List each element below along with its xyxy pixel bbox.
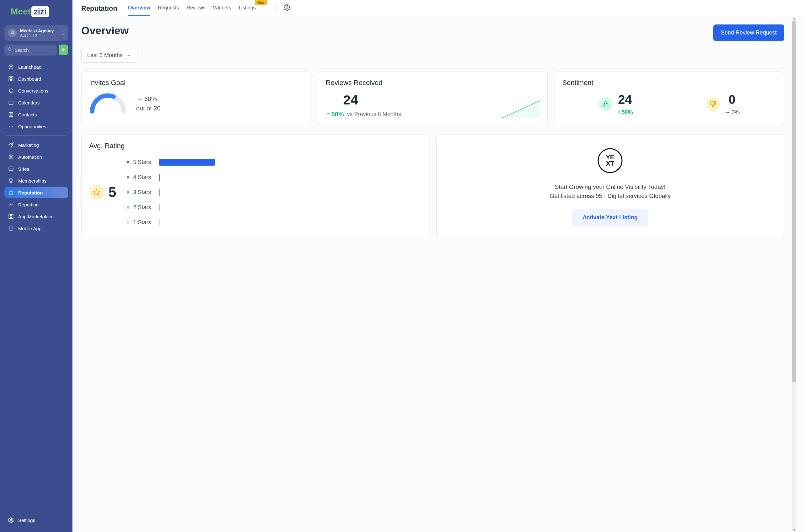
content: Overview Send Review Request Last 6 Mont… — [73, 17, 803, 532]
rating-bar — [159, 189, 160, 196]
contact-icon — [7, 112, 15, 117]
sidebar-item-label: Dashboard — [18, 76, 41, 81]
sidebar-item-settings[interactable]: Settings — [4, 514, 68, 526]
automation-icon — [7, 154, 15, 160]
activate-yext-button[interactable]: Activate Yext Listing — [572, 209, 648, 226]
tab-widgets[interactable]: Widgets — [213, 0, 231, 16]
main: Reputation Overview Requests Reviews Wid… — [73, 0, 803, 532]
svg-rect-15 — [9, 217, 11, 218]
scroll-down-icon[interactable]: ▼ — [792, 528, 796, 532]
dot-icon — [127, 191, 129, 193]
invites-goal-card: Invites Goal →60% out of 20 — [81, 72, 311, 125]
quick-action-button[interactable] — [59, 44, 68, 55]
rating-bar — [159, 174, 160, 181]
nav-divider — [6, 135, 66, 135]
thumbs-down-icon — [706, 97, 720, 111]
sidebar-item-calendars[interactable]: Calendars — [4, 97, 68, 108]
tab-overview[interactable]: Overview — [128, 0, 150, 16]
svg-text:XT: XT — [606, 160, 614, 167]
scroll-up-icon[interactable]: ▲ — [792, 17, 796, 21]
dot-icon — [127, 221, 129, 224]
agency-name: Meetzizi Agency — [20, 28, 62, 33]
nav: Launchpad Dashboard Conversations Calend… — [4, 61, 68, 514]
rating-bar — [159, 204, 160, 211]
brand-part2: zizi — [31, 6, 49, 17]
arrow-right-icon: → — [724, 109, 731, 116]
svg-point-19 — [286, 6, 288, 8]
agency-location: Austin, TX — [20, 33, 62, 38]
search-input-wrap[interactable] — [4, 44, 57, 56]
chat-icon — [7, 88, 15, 94]
tab-requests[interactable]: Requests — [158, 0, 179, 16]
svg-point-0 — [12, 31, 13, 33]
sidebar-item-opportunities[interactable]: Opportunities — [4, 121, 68, 132]
sidebar-item-contacts[interactable]: Contacts — [4, 109, 68, 120]
avg-rating-card: Avg. Rating 5 5 Stars 4 Stars 3 Stars — [81, 135, 429, 239]
settings-button[interactable] — [284, 4, 290, 13]
arrow-right-icon: → — [136, 95, 142, 102]
svg-point-1 — [8, 48, 11, 51]
rating-bar-row: 3 Stars — [127, 189, 421, 196]
date-range-label: Last 6 Months — [87, 52, 123, 59]
invites-pct: 60% — [144, 95, 157, 102]
sidebar-item-marketing[interactable]: Marketing — [4, 139, 68, 151]
tab-listings[interactable]: ListingsNew — [239, 0, 256, 16]
star-badge-icon — [89, 185, 104, 200]
rating-bars: 5 Stars 4 Stars 3 Stars 2 Stars 1 Stars — [127, 159, 421, 226]
sidebar-item-dashboard[interactable]: Dashboard — [4, 73, 68, 84]
card-title: Reviews Received — [326, 79, 539, 87]
sidebar-item-label: Mobile App — [18, 226, 41, 231]
sidebar-item-launchpad[interactable]: Launchpad — [4, 61, 68, 73]
tab-reviews[interactable]: Reviews — [187, 0, 206, 16]
sparkline-chart — [502, 99, 540, 118]
sidebar-item-reputation[interactable]: Reputation — [4, 187, 68, 198]
scrollbar[interactable]: ▲ ▼ — [792, 17, 796, 532]
page-title: Overview — [81, 24, 129, 37]
svg-text:YE: YE — [606, 154, 614, 160]
rating-bar-label: 1 Stars — [133, 219, 155, 226]
yext-logo: YEXT — [597, 148, 623, 173]
sentiment-negative: 0 → 0% — [706, 93, 740, 116]
sidebar-item-conversations[interactable]: Conversations — [4, 85, 68, 96]
tabs: Overview Requests Reviews Widgets Listin… — [128, 0, 267, 17]
rating-bar — [159, 219, 160, 226]
agency-selector[interactable]: Meetzizi Agency Austin, TX ⌃⌃ — [4, 25, 68, 41]
topbar-title: Reputation — [81, 4, 117, 13]
dot-icon — [127, 161, 129, 164]
rating-value: 5 — [109, 185, 116, 200]
brand-logo: Meetzizi — [4, 6, 68, 17]
sidebar-item-label: App Marketplace — [18, 214, 54, 219]
scrollbar-thumb[interactable] — [792, 21, 796, 382]
svg-rect-11 — [9, 167, 13, 171]
sidebar-item-label: Launchpad — [18, 64, 41, 70]
rating-bar-label: 4 Stars — [133, 174, 155, 181]
svg-rect-16 — [12, 217, 13, 218]
rating-bar-label: 5 Stars — [133, 159, 155, 166]
sidebar-item-marketplace[interactable]: App Marketplace — [4, 211, 68, 222]
sidebar-item-memberships[interactable]: Memberships — [4, 175, 68, 186]
sentiment-pos-count: 24 — [618, 93, 632, 107]
svg-rect-7 — [9, 101, 13, 105]
sidebar-item-label: Reputation — [18, 190, 43, 195]
search-icon — [7, 47, 12, 53]
send-review-request-button[interactable]: Send Review Request — [713, 24, 784, 41]
svg-rect-3 — [9, 77, 11, 78]
sidebar-item-sites[interactable]: Sites — [4, 163, 68, 174]
sidebar-item-reporting[interactable]: Reporting — [4, 199, 68, 210]
sidebar-item-label: Opportunities — [18, 124, 46, 129]
search-input[interactable] — [15, 48, 54, 53]
sidebar-item-automation[interactable]: Automation — [4, 151, 68, 163]
rating-bar-label: 2 Stars — [133, 204, 155, 211]
sentiment-pos-delta: 50% — [617, 109, 633, 116]
rating-bar-row: 5 Stars — [127, 159, 421, 166]
sidebar-item-label: Conversations — [18, 88, 48, 94]
apps-icon — [7, 214, 15, 219]
date-range-select[interactable]: Last 6 Months — [81, 48, 137, 63]
sentiment-neg-delta: → 0% — [724, 109, 740, 116]
sidebar-item-mobile[interactable]: Mobile App — [4, 223, 68, 234]
svg-point-10 — [9, 155, 13, 159]
rating-bar-label: 3 Stars — [133, 189, 155, 196]
rocket-icon — [7, 64, 15, 70]
reviews-sub: vs Previous 6 Months — [347, 111, 401, 118]
svg-point-12 — [10, 178, 13, 181]
